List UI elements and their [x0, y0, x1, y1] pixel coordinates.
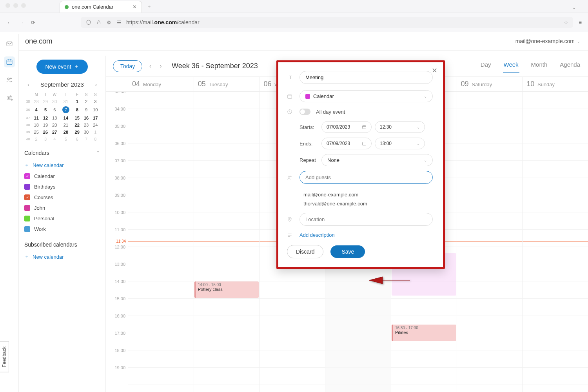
window-close-dot[interactable]: [5, 3, 10, 8]
day-header[interactable]: 10 Sunday: [522, 77, 588, 91]
mini-cal-day[interactable]: 4: [32, 105, 41, 114]
calendar-list-item[interactable]: Personal: [24, 213, 100, 224]
close-icon[interactable]: ✕: [132, 4, 137, 10]
mini-cal-day[interactable]: 2: [32, 136, 41, 143]
mini-cal-day[interactable]: 20: [50, 122, 59, 129]
event-pottery[interactable]: 14:00 - 15:00Pottery class: [194, 281, 259, 298]
mini-cal-day[interactable]: 27: [50, 129, 59, 136]
calendar-checkbox[interactable]: [24, 205, 30, 211]
calendar-list-item[interactable]: John: [24, 203, 100, 213]
mini-cal-day[interactable]: 29: [41, 98, 50, 105]
event-title-input[interactable]: [299, 71, 433, 84]
window-min-dot[interactable]: [13, 3, 18, 8]
mini-cal-day[interactable]: 26: [41, 129, 50, 136]
add-description-link[interactable]: Add description: [299, 232, 335, 238]
mini-cal-day[interactable]: 1: [91, 129, 100, 136]
mini-cal-day[interactable]: 15: [73, 114, 82, 122]
next-month-button[interactable]: ›: [94, 81, 98, 88]
end-date-input[interactable]: 07/09/2023: [321, 138, 372, 149]
mini-cal-day[interactable]: 5: [59, 136, 73, 143]
mini-cal-day[interactable]: 17: [91, 114, 100, 122]
chevron-up-icon[interactable]: ⌃: [96, 150, 100, 156]
view-month[interactable]: Month: [530, 60, 548, 73]
start-time-select[interactable]: 12:30 ⌄: [375, 121, 425, 133]
calendar-select[interactable]: Calendar ⌄: [299, 90, 433, 102]
reload-icon[interactable]: ⟳: [30, 19, 36, 25]
calendar-checkbox[interactable]: ✓: [24, 173, 30, 179]
mini-cal-day[interactable]: 8: [91, 136, 100, 143]
start-date-input[interactable]: 07/09/2023: [321, 121, 372, 133]
event-pilates[interactable]: 16:30 - 17:30Pilates: [392, 325, 456, 341]
mail-icon[interactable]: [4, 38, 15, 49]
new-event-button[interactable]: New event ＋: [36, 60, 87, 74]
repeat-select[interactable]: None ⌄: [321, 154, 433, 166]
mini-cal-day[interactable]: 28: [59, 129, 73, 136]
calendar-list-item[interactable]: ✓Courses: [24, 192, 100, 203]
browser-tab[interactable]: one.com Calendar ✕: [60, 1, 142, 13]
calendar-checkbox[interactable]: [24, 226, 30, 232]
mini-cal-day[interactable]: 23: [82, 122, 91, 129]
end-time-select[interactable]: 13:00 ⌄: [375, 138, 425, 149]
calendar-list-item[interactable]: Birthdays: [24, 181, 100, 192]
mini-cal-day[interactable]: 21: [59, 122, 73, 129]
user-menu[interactable]: mail@one-example.com ⌄: [515, 38, 580, 44]
mini-cal-day[interactable]: 18: [32, 122, 41, 129]
mini-cal-day[interactable]: 2: [82, 98, 91, 105]
day-column[interactable]: [457, 92, 523, 392]
mini-cal-day[interactable]: 11: [32, 114, 41, 122]
new-subscribed-link[interactable]: ＋ New calendar: [24, 251, 100, 263]
guest-item[interactable]: mail@one-example.com: [299, 190, 433, 199]
mini-cal-grid[interactable]: MTWTFSS 35282930311233645678910371112131…: [24, 91, 100, 143]
calendar-checkbox[interactable]: [24, 184, 30, 190]
guest-item[interactable]: thorvald@one-example.com: [299, 199, 433, 208]
mini-cal-day[interactable]: 7: [59, 105, 73, 114]
mini-cal-day[interactable]: 12: [41, 114, 50, 122]
day-header[interactable]: 05 Tuesday: [194, 77, 260, 91]
forward-icon[interactable]: →: [18, 19, 24, 25]
tabs-dropdown[interactable]: ⌄: [565, 2, 583, 13]
prev-week-button[interactable]: ‹: [148, 62, 152, 71]
calendar-checkbox[interactable]: ✓: [24, 194, 30, 200]
next-week-button[interactable]: ›: [158, 62, 163, 71]
guests-input[interactable]: [299, 171, 433, 184]
mini-cal-day[interactable]: 8: [73, 105, 82, 114]
mini-cal-day[interactable]: 29: [73, 129, 82, 136]
calendar-icon[interactable]: [4, 56, 15, 67]
mini-cal-day[interactable]: 7: [82, 136, 91, 143]
day-column[interactable]: [128, 92, 194, 392]
mini-cal-day[interactable]: 24: [91, 122, 100, 129]
mini-cal-day[interactable]: 28: [32, 98, 41, 105]
view-week[interactable]: Week: [503, 60, 519, 73]
mini-cal-day[interactable]: 6: [50, 105, 59, 114]
location-input[interactable]: [299, 213, 433, 226]
mini-cal-day[interactable]: 5: [41, 105, 50, 114]
mini-cal-day[interactable]: 25: [32, 129, 41, 136]
mini-cal-day[interactable]: 30: [82, 129, 91, 136]
menu-icon[interactable]: ≡: [579, 20, 582, 25]
mini-cal-day[interactable]: 13: [50, 114, 59, 122]
calendar-checkbox[interactable]: [24, 216, 30, 221]
new-tab-button[interactable]: ＋: [142, 1, 156, 13]
feedback-tab[interactable]: Feedback: [0, 341, 9, 372]
mini-cal-day[interactable]: 9: [82, 105, 91, 114]
day-header[interactable]: 04 Monday: [128, 77, 194, 91]
close-icon[interactable]: ✕: [432, 66, 437, 75]
view-agenda[interactable]: Agenda: [559, 60, 581, 73]
prev-month-button[interactable]: ‹: [26, 81, 31, 88]
view-day[interactable]: Day: [480, 60, 492, 73]
day-header[interactable]: 09 Saturday: [457, 77, 523, 91]
day-column[interactable]: [522, 92, 588, 392]
mini-cal-day[interactable]: 14: [59, 114, 73, 122]
save-button[interactable]: Save: [330, 245, 365, 258]
today-button[interactable]: Today: [113, 60, 142, 72]
contacts-icon[interactable]: [4, 74, 15, 85]
day-column[interactable]: 14:00 - 15:00Pottery class: [194, 92, 260, 392]
bookmark-icon[interactable]: ☆: [564, 20, 568, 25]
window-max-dot[interactable]: [21, 3, 26, 8]
mini-cal-day[interactable]: 10: [91, 105, 100, 114]
mini-cal-day[interactable]: 19: [41, 122, 50, 129]
settings-icon[interactable]: [4, 93, 15, 103]
discard-button[interactable]: Discard: [287, 245, 323, 258]
new-calendar-link[interactable]: ＋ New calendar: [24, 159, 100, 171]
mini-cal-day[interactable]: 30: [50, 98, 59, 105]
